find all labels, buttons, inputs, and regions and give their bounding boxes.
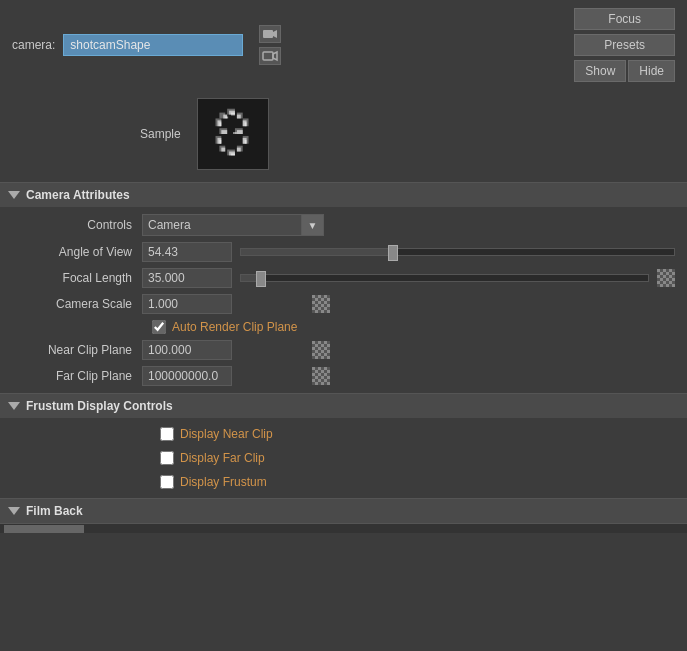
camera-attributes-content: Controls ▼ Angle of View Focal Length (0, 207, 687, 393)
focal-length-input[interactable] (142, 268, 232, 288)
angle-of-view-label: Angle of View (12, 245, 142, 259)
camera-label: camera: (12, 38, 55, 52)
display-near-clip-row: Display Near Clip (0, 422, 687, 446)
sample-image (197, 98, 269, 170)
sample-label: Sample (140, 127, 181, 141)
camera-attributes-title: Camera Attributes (26, 188, 130, 202)
frustum-content: Display Near Clip Display Far Clip Displ… (0, 418, 687, 498)
display-frustum-checkbox[interactable] (160, 475, 174, 489)
display-far-clip-row: Display Far Clip (0, 446, 687, 470)
hide-button[interactable]: Hide (628, 60, 675, 82)
svg-rect-30 (231, 113, 235, 116)
display-frustum-label: Display Frustum (180, 475, 267, 489)
display-frustum-row: Display Frustum (0, 470, 687, 494)
controls-row: Controls ▼ (0, 211, 687, 239)
angle-slider-fill (241, 249, 393, 255)
focal-length-row: Focal Length (0, 265, 687, 291)
camera-attributes-header[interactable]: Camera Attributes (0, 182, 687, 207)
focal-slider-thumb[interactable] (256, 271, 266, 287)
svg-rect-26 (221, 148, 225, 152)
svg-rect-34 (219, 140, 221, 144)
controls-input[interactable] (142, 214, 302, 236)
sample-area: Sample (0, 90, 687, 182)
frustum-triangle-icon (8, 402, 20, 410)
far-clip-row: Far Clip Plane (0, 363, 687, 389)
far-clip-checkered-icon[interactable] (312, 367, 330, 385)
camera-scale-input[interactable] (142, 294, 232, 314)
scroll-thumb[interactable] (4, 525, 84, 533)
far-clip-label: Far Clip Plane (12, 369, 142, 383)
camera-icon-btn-2[interactable] (259, 47, 281, 65)
display-far-clip-label: Display Far Clip (180, 451, 265, 465)
controls-dropdown[interactable]: ▼ (142, 214, 324, 236)
svg-rect-23 (237, 130, 243, 134)
display-near-clip-checkbox[interactable] (160, 427, 174, 441)
camera-row: camera: (12, 25, 281, 65)
auto-render-highlight: Clip Plane (243, 320, 298, 334)
show-hide-row: Show Hide (574, 60, 675, 82)
frustum-header[interactable]: Frustum Display Controls (0, 393, 687, 418)
film-back-title: Film Back (26, 504, 83, 518)
svg-rect-36 (231, 153, 235, 155)
bottom-scrollbar[interactable] (0, 523, 687, 533)
svg-rect-32 (244, 122, 246, 126)
auto-render-label: Auto Render Clip Plane (172, 320, 297, 334)
svg-marker-3 (273, 52, 277, 60)
angle-slider-track (240, 248, 675, 256)
near-clip-label: Near Clip Plane (12, 343, 142, 357)
focal-slider-track (240, 274, 649, 282)
display-far-clip-checkbox[interactable] (160, 451, 174, 465)
near-clip-checkered-icon[interactable] (312, 341, 330, 359)
angle-of-view-slider[interactable] (240, 242, 675, 262)
display-near-clip-label: Display Near Clip (180, 427, 273, 441)
presets-button[interactable]: Presets (574, 34, 675, 56)
svg-rect-19 (237, 115, 241, 119)
svg-marker-1 (273, 30, 277, 38)
show-button[interactable]: Show (574, 60, 626, 82)
svg-rect-29 (225, 117, 228, 119)
camera-icons (259, 25, 281, 65)
focal-checkered-icon[interactable] (657, 269, 675, 287)
angle-of-view-input[interactable] (142, 242, 232, 262)
svg-rect-28 (237, 148, 241, 152)
dropdown-arrow-icon[interactable]: ▼ (302, 214, 324, 236)
focal-length-slider[interactable] (240, 268, 649, 288)
camera-icon-btn-1[interactable] (259, 25, 281, 43)
svg-rect-31 (219, 122, 221, 126)
svg-rect-33 (233, 132, 237, 134)
svg-rect-2 (263, 52, 273, 60)
svg-rect-0 (263, 30, 273, 38)
film-back-triangle-icon (8, 507, 20, 515)
angle-of-view-row: Angle of View (0, 239, 687, 265)
camera-scale-checkered-icon[interactable] (312, 295, 330, 313)
right-buttons: Focus Presets Show Hide (574, 8, 675, 82)
film-back-header[interactable]: Film Back (0, 498, 687, 523)
focal-length-label: Focal Length (12, 271, 142, 285)
auto-render-row: Auto Render Clip Plane (140, 317, 687, 337)
auto-render-text: Auto Render (172, 320, 243, 334)
camera-scale-row: Camera Scale (0, 291, 687, 317)
auto-render-checkbox[interactable] (152, 320, 166, 334)
top-bar: camera: Focus Presets (0, 0, 687, 90)
frustum-title: Frustum Display Controls (26, 399, 173, 413)
triangle-icon (8, 191, 20, 199)
near-clip-input[interactable] (142, 340, 232, 360)
focus-button[interactable]: Focus (574, 8, 675, 30)
svg-rect-35 (244, 140, 246, 144)
camera-scale-label: Camera Scale (12, 297, 142, 311)
svg-rect-22 (221, 130, 227, 134)
far-clip-input[interactable] (142, 366, 232, 386)
near-clip-row: Near Clip Plane (0, 337, 687, 363)
angle-slider-thumb[interactable] (388, 245, 398, 261)
controls-label: Controls (12, 218, 142, 232)
camera-input[interactable] (63, 34, 243, 56)
